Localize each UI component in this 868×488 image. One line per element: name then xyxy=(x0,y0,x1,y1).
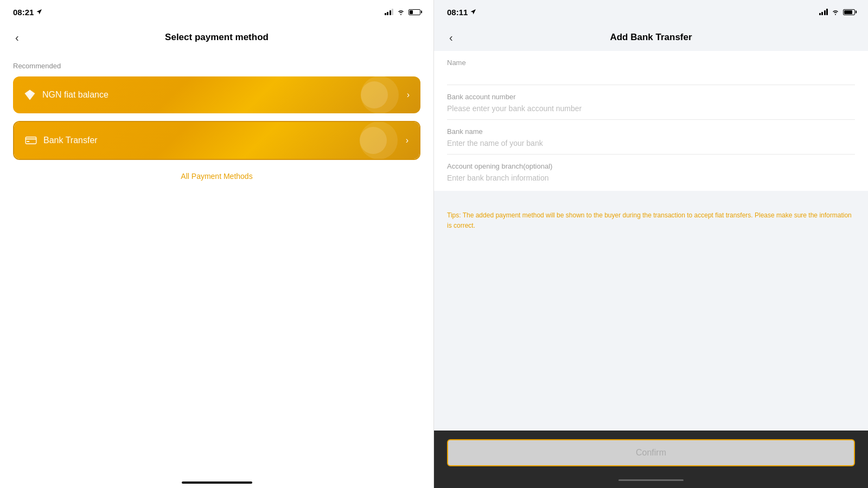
svg-rect-5 xyxy=(27,141,29,142)
branch-label: Account opening branch(optional) xyxy=(447,162,855,170)
bank-account-input[interactable]: Please enter your bank account number xyxy=(447,104,855,120)
card-icon xyxy=(25,136,37,145)
right-status-icons xyxy=(819,9,856,15)
left-status-icons xyxy=(385,9,421,15)
tips-text: Tips: The added payment method will be s… xyxy=(447,210,855,231)
location-arrow-icon xyxy=(36,9,42,15)
right-home-indicator xyxy=(434,472,868,488)
right-status-bar: 08:11 xyxy=(434,0,868,24)
bank-account-field: Bank account number Please enter your ba… xyxy=(434,85,868,120)
ngn-chevron-icon: › xyxy=(407,90,410,100)
bank-transfer-label: Bank Transfer xyxy=(43,136,98,145)
bank-chevron-icon: › xyxy=(406,136,409,145)
left-nav-title: Select payment method xyxy=(165,32,269,43)
right-wifi-icon xyxy=(831,9,840,15)
left-home-bar xyxy=(182,481,252,484)
svg-marker-0 xyxy=(37,9,42,15)
right-signal-icon xyxy=(819,9,828,15)
bank-account-label: Bank account number xyxy=(447,93,855,101)
all-payment-methods-link[interactable]: All Payment Methods xyxy=(13,168,420,185)
ngn-fiat-balance-item[interactable]: NGN fiat balance › xyxy=(13,76,420,113)
left-nav-header: ‹ Select payment method xyxy=(0,24,433,51)
right-back-button[interactable]: ‹ xyxy=(445,29,457,46)
bank-transfer-form: Name Bank account number Please enter yo… xyxy=(434,51,868,191)
confirm-button[interactable]: Confirm xyxy=(447,439,855,466)
right-time: 08:11 xyxy=(447,8,476,17)
right-phone-screen: 08:11 ‹ Add Bank Transfer xyxy=(434,0,868,488)
right-battery-icon xyxy=(843,9,855,15)
svg-marker-6 xyxy=(471,9,476,15)
tips-section: Tips: The added payment method will be s… xyxy=(434,200,868,242)
left-main-content: Recommended NGN fiat balance › xyxy=(0,51,433,470)
right-nav-title: Add Bank Transfer xyxy=(610,32,692,43)
bank-name-field: Bank name Enter the name of your bank xyxy=(434,120,868,155)
right-home-bar xyxy=(618,479,684,481)
bank-transfer-item[interactable]: Bank Transfer › xyxy=(13,121,420,160)
left-home-indicator xyxy=(0,470,433,488)
name-input[interactable] xyxy=(447,70,855,85)
diamond-icon xyxy=(24,89,36,101)
branch-field: Account opening branch(optional) Enter b… xyxy=(434,155,868,191)
left-status-bar: 08:21 xyxy=(0,0,433,24)
left-back-button[interactable]: ‹ xyxy=(11,29,23,46)
ngn-label: NGN fiat balance xyxy=(42,90,108,100)
wifi-icon xyxy=(397,9,405,15)
right-location-icon xyxy=(470,9,476,15)
name-field: Name xyxy=(434,51,868,85)
add-bank-transfer-content: Name Bank account number Please enter yo… xyxy=(434,51,868,431)
recommended-label: Recommended xyxy=(13,62,420,70)
left-time: 08:21 xyxy=(13,8,42,17)
battery-icon xyxy=(409,9,420,15)
bank-item-left: Bank Transfer xyxy=(25,136,98,145)
bank-name-label: Bank name xyxy=(447,127,855,136)
left-phone-screen: 08:21 ‹ Select payment method Reco xyxy=(0,0,434,488)
name-label: Name xyxy=(447,59,855,67)
right-nav-header: ‹ Add Bank Transfer xyxy=(434,24,868,51)
svg-rect-3 xyxy=(25,137,36,144)
confirm-area: Confirm xyxy=(434,431,868,472)
branch-input[interactable]: Enter bank branch information xyxy=(447,174,855,191)
bank-name-input[interactable]: Enter the name of your bank xyxy=(447,139,855,155)
ngn-item-left: NGN fiat balance xyxy=(24,89,108,101)
signal-icon xyxy=(385,9,394,15)
